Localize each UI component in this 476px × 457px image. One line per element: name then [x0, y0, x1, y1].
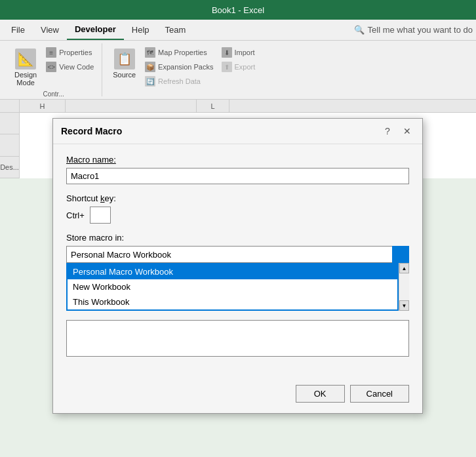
row-num-header [0, 100, 20, 112]
properties-label: Properties [59, 49, 92, 56]
menu-item-view[interactable]: View [33, 20, 67, 40]
source-button[interactable]: 📋 Source [109, 46, 140, 81]
export-label: Export [235, 63, 256, 71]
view-code-icon: <> [46, 62, 56, 72]
ctrl-label: Ctrl+ [66, 210, 85, 220]
dropdown-item-this[interactable]: This Workbook [68, 294, 397, 309]
ribbon-controls-items: 📐 Design Mode ≡ Properties <> View Code [10, 46, 96, 89]
record-macro-dialog: Record Macro ? ✕ Macro name: Shortcut ke… [52, 118, 423, 414]
cancel-button[interactable]: Cancel [350, 385, 409, 403]
refresh-data-label: Refresh Data [158, 77, 201, 85]
help-button[interactable]: ? [380, 124, 395, 138]
dropdown-item-personal[interactable]: Personal Macro Workbook [68, 264, 397, 279]
design-mode-icon: 📐 [15, 49, 36, 70]
design-mode-button[interactable]: 📐 Design Mode [10, 46, 41, 89]
menu-item-help[interactable]: Help [124, 20, 157, 40]
ribbon: 📐 Design Mode ≡ Properties <> View Code … [0, 41, 476, 100]
dropdown-list: Personal Macro Workbook New Workbook Thi… [66, 263, 399, 311]
search-placeholder: Tell me what you want to do [368, 25, 473, 35]
controls-group-label: Contr... [43, 90, 64, 98]
row-nums: Des... [0, 113, 20, 178]
export-button[interactable]: ⬆ Export [219, 60, 258, 73]
ok-button[interactable]: OK [296, 385, 345, 403]
description-input[interactable] [66, 320, 409, 357]
expansion-packs-icon: 📦 [145, 62, 155, 72]
view-code-button[interactable]: <> View Code [43, 60, 96, 73]
menu-item-team[interactable]: Team [157, 20, 194, 40]
dialog-footer: OK Cancel [53, 378, 422, 413]
store-macro-dropdown[interactable]: Personal Macro Workbook [66, 246, 409, 263]
dialog-title: Record Macro [61, 126, 122, 136]
ribbon-xml-right: 🗺 Map Properties 📦 Expansion Packs 🔄 Ref… [142, 46, 216, 88]
menu-item-developer[interactable]: Developer [67, 20, 124, 40]
col-l-header: L [197, 100, 229, 112]
ribbon-import-export: ⬇ Import ⬆ Export [219, 46, 258, 73]
shortcut-key-input[interactable] [90, 207, 111, 224]
title-bar: Book1 - Excel [0, 0, 476, 20]
description-group [66, 320, 409, 359]
import-label: Import [235, 49, 255, 56]
macro-name-label: Macro name: [66, 155, 409, 165]
dropdown-scrollbar: ▲ ▼ [399, 263, 409, 311]
store-macro-dropdown-wrapper: Personal Macro Workbook Personal Macro W… [66, 246, 409, 311]
design-mode-label: Design Mode [14, 71, 37, 87]
ribbon-group-xml: 📋 Source 🗺 Map Properties 📦 Expansion Pa… [104, 43, 263, 96]
dialog-titlebar: Record Macro ? ✕ [53, 119, 422, 144]
import-button[interactable]: ⬇ Import [219, 46, 258, 59]
store-macro-selected-value: Personal Macro Workbook [71, 250, 171, 260]
expansion-packs-button[interactable]: 📦 Expansion Packs [142, 60, 216, 73]
import-icon: ⬇ [222, 47, 232, 58]
shortcut-key-label: Shortcut key: [66, 193, 409, 203]
ribbon-xml-items: 📋 Source 🗺 Map Properties 📦 Expansion Pa… [109, 46, 258, 94]
search-icon: 🔍 [354, 25, 365, 35]
row-num-des: Des... [0, 157, 19, 178]
scroll-track [399, 273, 409, 300]
macro-name-group: Macro name: [66, 155, 409, 184]
dropdown-item-new[interactable]: New Workbook [68, 279, 397, 294]
row-num-2 [0, 134, 19, 156]
dialog-body: Macro name: Shortcut key: Ctrl+ Store ma… [53, 144, 422, 378]
scroll-up-button[interactable]: ▲ [399, 263, 409, 273]
export-icon: ⬆ [222, 62, 232, 72]
ribbon-small-buttons: ≡ Properties <> View Code [43, 46, 96, 73]
store-macro-group: Store macro in: Personal Macro Workbook … [66, 233, 409, 311]
source-icon: 📋 [114, 49, 135, 70]
store-macro-label: Store macro in: [66, 233, 409, 243]
expansion-packs-label: Expansion Packs [158, 63, 213, 71]
source-label: Source [113, 71, 136, 79]
menu-search[interactable]: 🔍 Tell me what you want to do [354, 20, 473, 40]
col-headers: H L [0, 100, 476, 113]
col-rest [229, 100, 476, 112]
dialog-controls: ? ✕ [380, 124, 414, 138]
map-properties-label: Map Properties [158, 49, 207, 56]
row-num-1 [0, 113, 19, 134]
shortkey-row: Ctrl+ [66, 207, 409, 224]
scroll-down-button[interactable]: ▼ [399, 300, 409, 311]
properties-button[interactable]: ≡ Properties [43, 46, 96, 59]
title-text: Book1 - Excel [212, 5, 264, 15]
macro-name-input[interactable] [66, 168, 409, 184]
refresh-data-icon: 🔄 [145, 76, 155, 87]
refresh-data-button[interactable]: 🔄 Refresh Data [142, 75, 216, 88]
menu-item-file[interactable]: File [3, 20, 33, 40]
map-properties-button[interactable]: 🗺 Map Properties [142, 46, 216, 59]
col-empty [66, 100, 197, 112]
menu-bar: File View Developer Help Team 🔍 Tell me … [0, 20, 476, 41]
col-h-header: H [20, 100, 66, 112]
shortcut-key-group: Shortcut key: Ctrl+ [66, 193, 409, 224]
view-code-label: View Code [59, 63, 94, 71]
close-button[interactable]: ✕ [400, 124, 414, 138]
properties-icon: ≡ [46, 47, 56, 58]
map-properties-icon: 🗺 [145, 47, 155, 58]
ribbon-group-controls: 📐 Design Mode ≡ Properties <> View Code … [5, 43, 102, 96]
dropdown-list-wrapper: Personal Macro Workbook New Workbook Thi… [66, 263, 409, 311]
